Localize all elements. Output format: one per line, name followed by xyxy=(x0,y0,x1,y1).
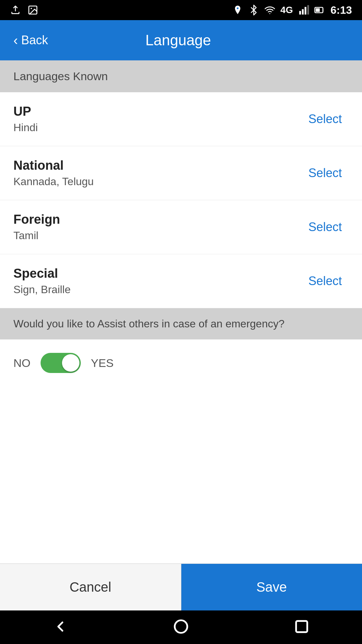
network-label: 4G xyxy=(281,5,293,15)
toggle-thumb xyxy=(62,354,79,372)
language-row-up: UP Hindi Select xyxy=(0,92,362,146)
nav-home-button[interactable] xyxy=(173,618,189,636)
language-value-foreign: Tamil xyxy=(13,229,60,242)
svg-point-2 xyxy=(237,7,238,9)
nav-home-icon xyxy=(173,618,189,635)
save-button[interactable]: Save xyxy=(181,564,362,610)
upload-icon xyxy=(10,5,21,15)
language-category-national: National xyxy=(13,158,94,173)
back-arrow-icon: ‹ xyxy=(13,33,18,48)
svg-rect-5 xyxy=(305,7,306,15)
language-info-national: National Kannada, Telugu xyxy=(13,158,94,188)
language-category-special: Special xyxy=(13,266,71,281)
select-button-national[interactable]: Select xyxy=(302,163,349,183)
section-header-label: Languages Known xyxy=(13,70,108,83)
wifi-icon xyxy=(264,5,275,15)
nav-back-icon xyxy=(52,618,69,635)
nav-recent-icon xyxy=(293,618,310,635)
signal-icon xyxy=(298,5,309,15)
toggle-no-label: NO xyxy=(13,357,31,370)
svg-point-9 xyxy=(175,620,187,633)
status-bar-left xyxy=(10,5,38,15)
language-row-special: Special Sign, Braille Select xyxy=(0,254,362,308)
select-button-special[interactable]: Select xyxy=(302,271,349,291)
back-label: Back xyxy=(21,33,48,47)
battery-icon xyxy=(314,5,325,15)
back-button[interactable]: ‹ Back xyxy=(13,33,48,48)
nav-bar xyxy=(0,610,362,644)
select-button-foreign[interactable]: Select xyxy=(302,217,349,237)
language-row-foreign: Foreign Tamil Select xyxy=(0,200,362,254)
language-row-national: National Kannada, Telugu Select xyxy=(0,146,362,200)
header: ‹ Back Language xyxy=(0,20,362,60)
bottom-buttons: Cancel Save xyxy=(0,564,362,610)
language-info-up: UP Hindi xyxy=(13,104,38,134)
svg-rect-3 xyxy=(299,11,301,15)
status-bar-right: 4G 6:13 xyxy=(232,4,352,16)
emergency-section: Would you like to Assist others in case … xyxy=(0,308,362,339)
toggle-section: NO YES xyxy=(0,339,362,386)
language-info-special: Special Sign, Braille xyxy=(13,266,71,296)
language-category-up: UP xyxy=(13,104,38,119)
bluetooth-icon xyxy=(248,5,259,15)
language-category-foreign: Foreign xyxy=(13,212,60,227)
nav-recent-button[interactable] xyxy=(293,618,310,636)
location-icon xyxy=(232,5,243,15)
svg-point-1 xyxy=(31,8,32,9)
svg-rect-10 xyxy=(296,621,307,632)
language-value-special: Sign, Braille xyxy=(13,283,71,296)
select-button-up[interactable]: Select xyxy=(302,109,349,129)
language-value-national: Kannada, Telugu xyxy=(13,175,94,188)
status-bar: 4G 6:13 xyxy=(0,0,362,20)
content-area: UP Hindi Select National Kannada, Telugu… xyxy=(0,92,362,564)
nav-back-button[interactable] xyxy=(52,618,69,636)
section-header: Languages Known xyxy=(0,60,362,92)
emergency-question: Would you like to Assist others in case … xyxy=(13,318,285,330)
toggle-yes-label: YES xyxy=(91,357,114,370)
page-title: Language xyxy=(48,32,308,49)
toggle-switch[interactable] xyxy=(41,353,81,373)
toggle-track xyxy=(41,353,81,373)
cancel-button[interactable]: Cancel xyxy=(0,564,181,610)
svg-rect-6 xyxy=(307,5,309,14)
language-value-up: Hindi xyxy=(13,121,38,134)
language-info-foreign: Foreign Tamil xyxy=(13,212,60,242)
svg-rect-4 xyxy=(302,9,304,14)
image-icon xyxy=(27,5,38,15)
svg-rect-8 xyxy=(316,8,320,12)
time-display: 6:13 xyxy=(330,4,352,16)
